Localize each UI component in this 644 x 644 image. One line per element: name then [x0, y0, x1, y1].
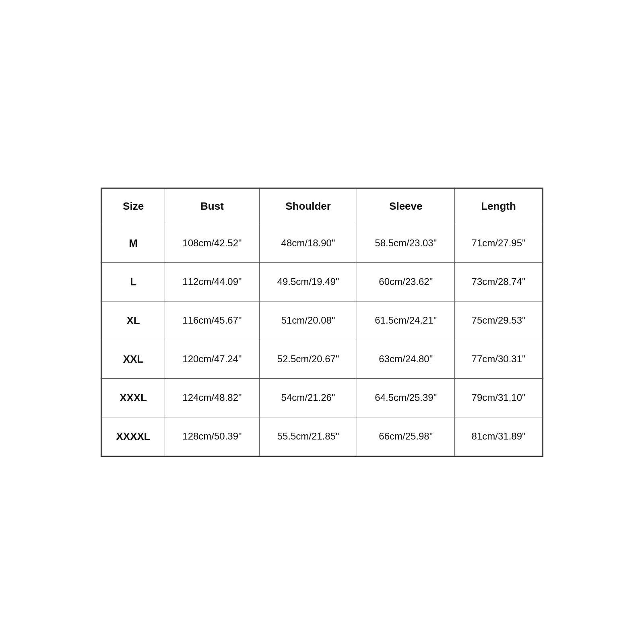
cell-bust: 108cm/42.52": [165, 224, 259, 262]
cell-shoulder: 49.5cm/19.49": [259, 262, 357, 301]
cell-bust: 116cm/45.67": [165, 301, 259, 340]
header-bust: Bust: [165, 188, 259, 224]
table-header-row: Size Bust Shoulder Sleeve Length: [102, 188, 543, 224]
table-row: L112cm/44.09"49.5cm/19.49"60cm/23.62"73c…: [102, 262, 543, 301]
size-chart-container: Size Bust Shoulder Sleeve Length M108cm/…: [101, 188, 543, 457]
cell-shoulder: 51cm/20.08": [259, 301, 357, 340]
cell-sleeve: 64.5cm/25.39": [357, 378, 455, 417]
cell-shoulder: 55.5cm/21.85": [259, 417, 357, 456]
table-row: XL116cm/45.67"51cm/20.08"61.5cm/24.21"75…: [102, 301, 543, 340]
table-row: XXL120cm/47.24"52.5cm/20.67"63cm/24.80"7…: [102, 340, 543, 378]
cell-size: L: [102, 262, 165, 301]
cell-bust: 124cm/48.82": [165, 378, 259, 417]
size-chart-table: Size Bust Shoulder Sleeve Length M108cm/…: [101, 188, 543, 456]
cell-size: XXXXL: [102, 417, 165, 456]
cell-size: XXXL: [102, 378, 165, 417]
cell-shoulder: 54cm/21.26": [259, 378, 357, 417]
cell-length: 77cm/30.31": [455, 340, 543, 378]
table-row: XXXXL128cm/50.39"55.5cm/21.85"66cm/25.98…: [102, 417, 543, 456]
header-sleeve: Sleeve: [357, 188, 455, 224]
cell-bust: 120cm/47.24": [165, 340, 259, 378]
header-length: Length: [455, 188, 543, 224]
cell-sleeve: 66cm/25.98": [357, 417, 455, 456]
cell-bust: 112cm/44.09": [165, 262, 259, 301]
cell-size: M: [102, 224, 165, 262]
cell-length: 81cm/31.89": [455, 417, 543, 456]
cell-length: 75cm/29.53": [455, 301, 543, 340]
cell-length: 79cm/31.10": [455, 378, 543, 417]
cell-sleeve: 58.5cm/23.03": [357, 224, 455, 262]
cell-sleeve: 61.5cm/24.21": [357, 301, 455, 340]
header-size: Size: [102, 188, 165, 224]
cell-length: 73cm/28.74": [455, 262, 543, 301]
cell-length: 71cm/27.95": [455, 224, 543, 262]
cell-sleeve: 63cm/24.80": [357, 340, 455, 378]
cell-size: XXL: [102, 340, 165, 378]
cell-size: XL: [102, 301, 165, 340]
table-row: XXXL124cm/48.82"54cm/21.26"64.5cm/25.39"…: [102, 378, 543, 417]
cell-bust: 128cm/50.39": [165, 417, 259, 456]
cell-shoulder: 48cm/18.90": [259, 224, 357, 262]
cell-shoulder: 52.5cm/20.67": [259, 340, 357, 378]
cell-sleeve: 60cm/23.62": [357, 262, 455, 301]
table-row: M108cm/42.52"48cm/18.90"58.5cm/23.03"71c…: [102, 224, 543, 262]
header-shoulder: Shoulder: [259, 188, 357, 224]
